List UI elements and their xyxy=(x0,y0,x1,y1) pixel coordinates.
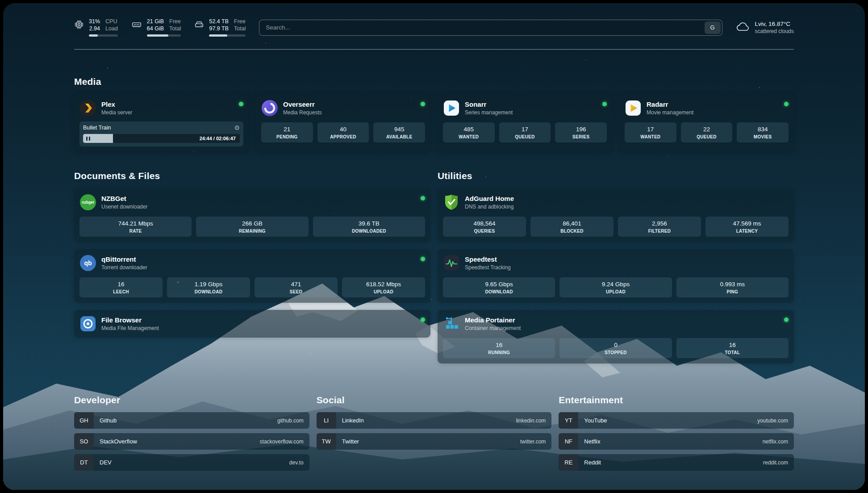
stat-downloaded: 39.6 TB DOWNLOADED xyxy=(313,217,425,237)
bookmark-url: linkedin.com xyxy=(516,418,552,424)
stat-queued: 22 QUEUED xyxy=(681,122,733,142)
status-dot xyxy=(421,196,425,201)
disk-usage-bar xyxy=(209,34,246,37)
stat-available: 945 AVAILABLE xyxy=(373,122,425,142)
bookmark-abbr: GH xyxy=(74,412,94,429)
search-input[interactable] xyxy=(259,20,703,35)
bookmark-url: reddit.com xyxy=(763,460,794,466)
adguard-card[interactable]: AdGuard Home DNS and adblocking 498,564 … xyxy=(438,188,794,242)
portainer-card[interactable]: Media Portainer Container management 16 … xyxy=(438,310,794,363)
bookmark-abbr: RE xyxy=(559,454,578,471)
filebrowser-card[interactable]: File Browser Media File Management xyxy=(74,310,430,338)
documents-section-heading: Documents & Files xyxy=(74,171,430,181)
weather-location: Lviv, 16.87°C xyxy=(755,21,794,27)
service-desc: Media File Management xyxy=(101,325,159,331)
bookmark-label: Netflix xyxy=(578,438,600,445)
bookmark-github[interactable]: GH Github github.com xyxy=(74,412,309,429)
status-dot xyxy=(239,102,243,106)
stat-upload: 618.52 Mbps UPLOAD xyxy=(342,277,425,297)
stat-total: 16 TOTAL xyxy=(676,338,789,358)
dashboard-screen: 31% 2.94 CPU Load xyxy=(3,3,865,490)
radarr-card[interactable]: Radarr Movie management 17 WANTED 22 QUE… xyxy=(619,94,794,152)
stat-series: 196 SERIES xyxy=(555,122,607,142)
plex-card[interactable]: Plex Media server Bullet Train ⚙ xyxy=(74,94,249,152)
speedtest-card[interactable]: Speedtest Speedtest Tracking 9.65 Gbps D… xyxy=(438,249,794,303)
bookmark-abbr: NF xyxy=(559,433,578,450)
cpu-usage-bar xyxy=(89,34,118,37)
stat-wanted: 17 WANTED xyxy=(625,122,676,142)
service-desc: Container management xyxy=(465,325,521,331)
bookmark-dev[interactable]: DT DEV dev.to xyxy=(74,454,309,471)
developer-bookmarks: Developer GH Github github.com SO StackO… xyxy=(74,395,309,471)
bookmark-reddit[interactable]: RE Reddit reddit.com xyxy=(559,454,794,471)
media-grid: Plex Media server Bullet Train ⚙ xyxy=(74,94,794,152)
weather-widget: Lviv, 16.87°C scattered clouds xyxy=(736,21,794,34)
service-name: qBittorrent xyxy=(101,255,147,263)
bookmark-netflix[interactable]: NF Netflix netflix.com xyxy=(559,433,794,450)
stat-stopped: 0 STOPPED xyxy=(559,338,672,358)
sonarr-icon xyxy=(443,100,460,117)
service-name: Speedtest xyxy=(465,255,511,263)
overseerr-card[interactable]: Overseerr Media Requests 21 PENDING 40 A… xyxy=(256,94,430,152)
stat-remaining: 266 GB REMAINING xyxy=(196,217,308,237)
plex-now-playing: Bullet Train ⚙ 24:44 / 02:06:47 xyxy=(79,121,243,146)
disk-free-label: Free xyxy=(234,18,246,25)
memory-total-label: Total xyxy=(169,25,181,33)
cpu-label: CPU xyxy=(105,18,118,25)
cpu-load-value: 2.94 xyxy=(89,25,100,33)
bookmark-abbr: SO xyxy=(74,433,94,450)
nzbget-card[interactable]: nzbget NZBGet Usenet downloader 74 xyxy=(74,188,430,242)
bookmark-label: Twitter xyxy=(336,438,359,445)
stat-download: 9.65 Gbps DOWNLOAD xyxy=(443,277,555,297)
bookmark-label: YouTube xyxy=(578,417,607,424)
service-name: File Browser xyxy=(101,316,159,324)
bookmark-label: DEV xyxy=(94,459,112,466)
social-heading: Social xyxy=(317,395,552,405)
snow-specks xyxy=(3,3,4,4)
bookmark-label: LinkedIn xyxy=(336,417,364,424)
portainer-icon xyxy=(443,315,460,332)
memory-usage-bar xyxy=(147,34,181,37)
service-name: AdGuard Home xyxy=(465,195,514,202)
disk-free-value: 52.4 TB xyxy=(209,18,229,25)
developer-heading: Developer xyxy=(74,395,309,405)
stat-ping: 0.993 ms PING xyxy=(676,277,789,297)
weather-condition: scattered clouds xyxy=(755,28,794,34)
speedtest-icon xyxy=(443,255,460,272)
stat-seed: 471 SEED xyxy=(255,277,338,297)
memory-icon xyxy=(131,20,142,37)
service-desc: Usenet downloader xyxy=(101,204,147,210)
stat-latency: 47.569 ms LATENCY xyxy=(705,217,789,237)
entertainment-bookmarks: Entertainment YT YouTube youtube.com NF … xyxy=(559,395,794,471)
service-name: NZBGet xyxy=(101,195,147,202)
service-name: Overseerr xyxy=(283,100,322,108)
gear-icon[interactable]: ⚙ xyxy=(234,125,240,131)
cloud-icon xyxy=(736,21,750,34)
stat-approved: 40 APPROVED xyxy=(317,122,369,142)
bookmark-url: github.com xyxy=(277,418,309,424)
bookmark-abbr: TW xyxy=(317,433,336,450)
utilities-column: Utilities xyxy=(438,171,794,363)
stat-filtered: 2,956 FILTERED xyxy=(618,217,701,237)
bookmark-linkedin[interactable]: LI LinkedIn linkedin.com xyxy=(317,412,552,429)
playback-progress-bar: 24:44 / 02:06:47 xyxy=(83,134,240,143)
plex-icon xyxy=(79,100,96,117)
service-desc: Media Requests xyxy=(283,109,322,116)
bookmark-url: stackoverflow.com xyxy=(260,439,309,445)
sonarr-card[interactable]: Sonarr Series management 485 WANTED 17 Q… xyxy=(438,94,612,152)
bookmark-stackoverflow[interactable]: SO StackOverflow stackoverflow.com xyxy=(74,433,309,450)
stat-running: 16 RUNNING xyxy=(443,338,555,358)
bookmark-abbr: LI xyxy=(317,412,336,429)
service-desc: Speedtest Tracking xyxy=(465,264,511,271)
bookmark-url: netflix.com xyxy=(763,439,794,445)
search-provider-button[interactable]: G xyxy=(705,21,721,34)
qbittorrent-card[interactable]: qb qBittorrent Torrent downloader xyxy=(74,249,430,303)
bookmark-youtube[interactable]: YT YouTube youtube.com xyxy=(559,412,794,429)
bookmark-twitter[interactable]: TW Twitter twitter.com xyxy=(317,433,552,450)
memory-free-value: 21 GiB xyxy=(147,18,164,25)
stat-queries: 498,564 QUERIES xyxy=(443,217,526,237)
memory-widget: 21 GiB 64 GiB Free Total xyxy=(131,18,181,37)
service-desc: Torrent downloader xyxy=(101,264,147,271)
bookmark-label: Reddit xyxy=(578,459,601,466)
stat-blocked: 86,401 BLOCKED xyxy=(530,217,613,237)
